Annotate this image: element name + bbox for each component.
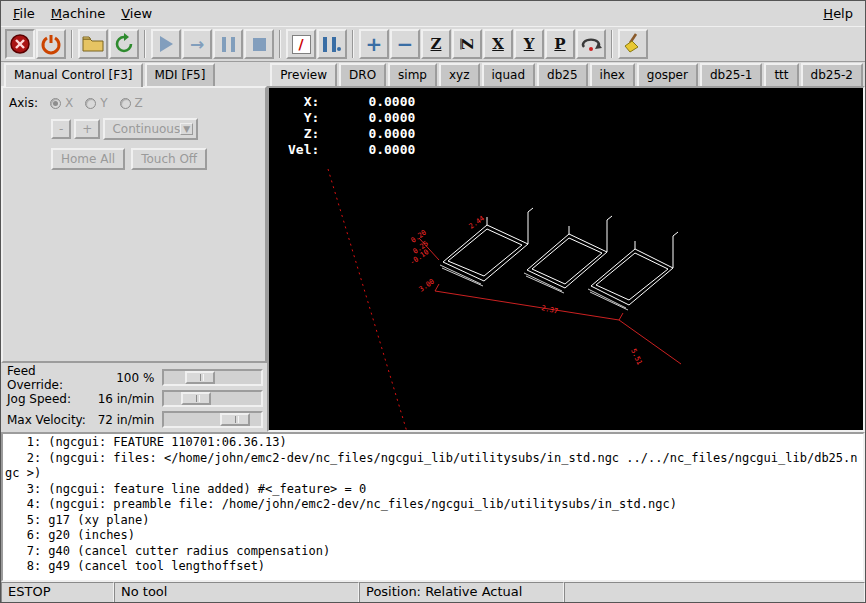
- zoom-out-button[interactable]: −: [390, 29, 420, 59]
- step-icon: →: [190, 36, 204, 53]
- toolbar-separator: [352, 30, 354, 58]
- view-p-icon: P: [554, 35, 565, 53]
- manual-control-panel: Axis: X Y Z - + Continuous ▼ Home All: [1, 86, 267, 363]
- dimension-label: 2.37: [541, 304, 559, 315]
- gcode-line[interactable]: 2: (ngcgui: files: </home/john/emc2-dev/…: [5, 451, 861, 467]
- jog-minus-button[interactable]: -: [51, 119, 71, 139]
- stop-icon: [253, 38, 266, 51]
- optional-pause-button[interactable]: [317, 29, 347, 59]
- toolbar: → / + − Z Z X Y P: [1, 26, 865, 62]
- control-tabbar: Manual Control [F3] MDI [F5]: [1, 62, 267, 86]
- machine-power-button[interactable]: [36, 29, 66, 59]
- gcode-line[interactable]: 4: (ngcgui: preamble file: /home/john/em…: [5, 497, 861, 513]
- gcode-text[interactable]: 1: (ngcgui: FEATURE 110701:06.36.13) 2: …: [1, 432, 865, 582]
- axis-x-radio[interactable]: [50, 98, 61, 109]
- tab-mdi[interactable]: MDI [F5]: [145, 63, 216, 86]
- feed-override-slider[interactable]: [162, 369, 263, 386]
- readout-row: Z:0.0000: [277, 126, 415, 142]
- preview-tabbar: PreviewDROsimpxyziquaddb25ihexgosperdb25…: [267, 62, 865, 86]
- run-button[interactable]: [151, 29, 181, 59]
- main-area: Manual Control [F3] MDI [F5] Axis: X Y Z…: [1, 62, 865, 432]
- reload-button[interactable]: [109, 29, 139, 59]
- status-machine-state: ESTOP: [1, 582, 114, 603]
- jog-speed-handle[interactable]: [181, 392, 211, 405]
- tab-db25-2[interactable]: db25-2: [801, 63, 863, 86]
- clear-plot-button[interactable]: [618, 29, 648, 59]
- rotate-view-button[interactable]: [576, 29, 606, 59]
- max-velocity-handle[interactable]: [220, 413, 250, 426]
- tab-gosper[interactable]: gosper: [637, 63, 698, 86]
- axis-y-label: Y: [100, 96, 107, 110]
- status-tool: No tool: [114, 582, 359, 603]
- gcode-line[interactable]: 6: g20 (inches): [5, 528, 861, 544]
- stop-button[interactable]: [244, 29, 274, 59]
- gcode-line[interactable]: gc >): [5, 466, 861, 482]
- tab-ttt[interactable]: ttt: [764, 63, 798, 86]
- jog-mode-value: Continuous: [112, 122, 180, 136]
- open-folder-icon: [82, 35, 104, 53]
- axis-y-radio[interactable]: [85, 98, 96, 109]
- step-button[interactable]: →: [182, 29, 212, 59]
- touch-off-button[interactable]: Touch Off: [131, 148, 207, 170]
- tab-iquad[interactable]: iquad: [482, 63, 536, 86]
- chevron-down-icon: ▼: [180, 123, 193, 135]
- readout-row: Y:0.0000: [277, 110, 415, 126]
- gcode-line[interactable]: 7: g40 (cancel cutter radius compensatio…: [5, 544, 861, 560]
- view-y-icon: Y: [524, 35, 535, 53]
- home-all-button[interactable]: Home All: [51, 148, 125, 170]
- menu-help[interactable]: Help: [815, 3, 861, 24]
- zoom-in-button[interactable]: +: [359, 29, 389, 59]
- gcode-line[interactable]: 5: g17 (xy plane): [5, 513, 861, 529]
- jog-mode-select[interactable]: Continuous ▼: [103, 118, 198, 140]
- toolbar-separator: [144, 30, 146, 58]
- view-y-button[interactable]: Y: [514, 29, 544, 59]
- gcode-line[interactable]: 1: (ngcgui: FEATURE 110701:06.36.13): [5, 435, 861, 451]
- preview-canvas[interactable]: 2.440.200.25-0.103.002.375.51 X:0.0000Y:…: [267, 86, 865, 432]
- feed-override-handle[interactable]: [185, 371, 215, 384]
- dimension-label: 5.51: [630, 348, 644, 367]
- control-panel: Manual Control [F3] MDI [F5] Axis: X Y Z…: [1, 62, 267, 432]
- tab-xyz[interactable]: xyz: [439, 63, 480, 86]
- toolbar-separator: [279, 30, 281, 58]
- feed-override-label: Feed Override:: [7, 364, 92, 392]
- tab-dro[interactable]: DRO: [339, 63, 386, 86]
- pause-button[interactable]: [213, 29, 243, 59]
- tab-simp[interactable]: simp: [388, 63, 437, 86]
- optional-pause-icon: [323, 37, 336, 52]
- open-file-button[interactable]: [78, 29, 108, 59]
- gcode-line[interactable]: 8: g49 (cancel tool lengthoffset): [5, 559, 861, 575]
- axis-label: Axis:: [9, 96, 38, 110]
- tab-preview[interactable]: Preview: [270, 63, 337, 87]
- max-velocity-slider[interactable]: [162, 411, 263, 428]
- view-p-button[interactable]: P: [545, 29, 575, 59]
- power-icon: [40, 33, 62, 55]
- axis-window: File Machine View Help: [0, 0, 866, 603]
- jog-speed-slider[interactable]: [162, 390, 263, 407]
- clear-plot-icon: [622, 33, 644, 55]
- tab-ihex[interactable]: ihex: [590, 63, 635, 86]
- jog-plus-button[interactable]: +: [74, 119, 100, 139]
- menu-view[interactable]: View: [113, 3, 160, 24]
- reload-icon: [113, 33, 135, 55]
- view-z-rotated-icon: Z: [458, 39, 476, 50]
- feed-override-value: 100 %: [92, 371, 154, 385]
- view-x-button[interactable]: X: [483, 29, 513, 59]
- view-z-rotated-button[interactable]: Z: [452, 29, 482, 59]
- skip-lines-button[interactable]: /: [286, 29, 316, 59]
- tab-manual-control[interactable]: Manual Control [F3]: [4, 63, 143, 87]
- tab-db25[interactable]: db25: [537, 63, 588, 86]
- preview-panel: PreviewDROsimpxyziquaddb25ihexgosperdb25…: [267, 62, 865, 432]
- estop-button[interactable]: [5, 29, 35, 59]
- axis-z-radio[interactable]: [120, 98, 131, 109]
- zoom-out-icon: −: [397, 34, 414, 54]
- tab-db25-1[interactable]: db25-1: [700, 63, 762, 86]
- menu-machine[interactable]: Machine: [43, 3, 113, 24]
- menubar: File Machine View Help: [1, 1, 865, 26]
- axis-limit-line: [328, 169, 407, 432]
- dimension-lines: [419, 238, 681, 364]
- gcode-line[interactable]: 3: (ngcgui: feature line added) #<_featu…: [5, 482, 861, 498]
- skip-lines-icon: /: [292, 35, 311, 54]
- view-z-button[interactable]: Z: [421, 29, 451, 59]
- menu-file[interactable]: File: [5, 3, 43, 24]
- max-velocity-label: Max Velocity:: [7, 413, 92, 427]
